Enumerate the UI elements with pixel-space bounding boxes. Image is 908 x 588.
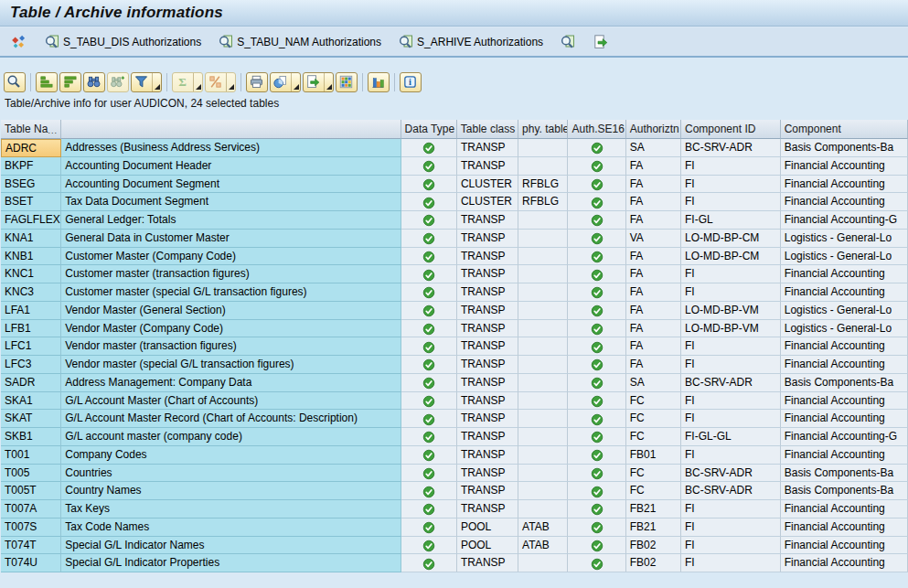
cell-authoriztn[interactable]: FA xyxy=(626,320,681,338)
cell-data_type[interactable] xyxy=(401,283,457,302)
cell-auth_se16[interactable] xyxy=(568,465,625,483)
cell-component_id[interactable]: FI xyxy=(681,157,781,176)
cell-table_class[interactable]: TRANSP xyxy=(457,554,518,572)
cell-name[interactable]: BKPF xyxy=(1,157,61,176)
graphic-button[interactable] xyxy=(368,72,390,92)
cell-name[interactable]: LFC1 xyxy=(1,337,61,356)
cell-authoriztn[interactable]: FC xyxy=(626,428,681,446)
cell-component_id[interactable]: FI xyxy=(681,193,781,211)
cell-component[interactable]: Financial Accounting xyxy=(781,193,908,211)
cell-phy_table[interactable] xyxy=(518,265,568,283)
cell-desc[interactable]: Special G/L Indicator Names xyxy=(61,537,401,555)
column-header-auth_se16[interactable]: Auth.SE16 xyxy=(568,120,625,139)
cell-data_type[interactable] xyxy=(401,374,457,392)
cell-name[interactable]: T001 xyxy=(1,446,61,465)
details-button[interactable] xyxy=(4,72,26,92)
cell-authoriztn[interactable]: FC xyxy=(626,465,681,483)
dropdown-arrow-icon[interactable] xyxy=(291,73,300,91)
cell-phy_table[interactable] xyxy=(518,374,568,392)
column-header-desc[interactable] xyxy=(61,120,401,139)
cell-data_type[interactable] xyxy=(401,446,457,465)
cell-data_type[interactable] xyxy=(401,465,457,483)
cell-desc[interactable]: Tax Code Names xyxy=(61,519,401,537)
cell-auth_se16[interactable] xyxy=(568,337,625,356)
cell-table_class[interactable]: TRANSP xyxy=(457,320,518,338)
cell-name[interactable]: ADRC xyxy=(1,139,61,157)
cell-data_type[interactable] xyxy=(401,500,457,519)
cell-component[interactable]: Financial Accounting xyxy=(781,337,908,356)
cell-component_id[interactable]: FI xyxy=(681,410,781,428)
cell-data_type[interactable] xyxy=(401,537,457,555)
cell-authoriztn[interactable]: FA xyxy=(626,283,681,302)
cell-phy_table[interactable] xyxy=(518,554,568,572)
column-header-name[interactable]: Table Na... xyxy=(1,120,61,139)
cell-component[interactable]: Financial Accounting xyxy=(781,554,908,572)
cell-component[interactable]: Financial Accounting xyxy=(781,410,908,428)
cell-name[interactable]: T074U xyxy=(1,554,61,572)
export-list-button[interactable] xyxy=(303,72,334,92)
cell-component[interactable]: Financial Accounting xyxy=(781,283,908,302)
cell-data_type[interactable] xyxy=(401,176,457,194)
cell-component[interactable]: Financial Accounting xyxy=(781,446,908,465)
cell-data_type[interactable] xyxy=(401,211,457,230)
find-button[interactable] xyxy=(83,72,105,92)
cell-table_class[interactable]: TRANSP xyxy=(457,230,518,248)
cell-phy_table[interactable] xyxy=(518,465,568,483)
cell-component_id[interactable]: LO-MD-BP-CM xyxy=(681,248,781,266)
cell-desc[interactable]: Vendor master (special G/L transaction f… xyxy=(61,356,401,374)
cell-authoriztn[interactable]: FA xyxy=(626,248,681,266)
cell-component_id[interactable]: FI xyxy=(681,537,781,555)
column-header-authoriztn[interactable]: Authoriztn xyxy=(626,120,681,139)
cell-name[interactable]: KNA1 xyxy=(1,230,61,248)
cell-name[interactable]: T005T xyxy=(1,482,61,500)
info-button[interactable]: i xyxy=(400,72,422,92)
cell-auth_se16[interactable] xyxy=(568,519,625,537)
cell-data_type[interactable] xyxy=(401,139,457,157)
cell-authoriztn[interactable]: FC xyxy=(626,392,681,411)
cell-data_type[interactable] xyxy=(401,320,457,338)
cell-name[interactable]: T005 xyxy=(1,465,61,483)
cell-component[interactable]: Logistics - General-Lo xyxy=(781,320,908,338)
cell-component_id[interactable]: BC-SRV-ADR xyxy=(681,139,781,157)
dropdown-arrow-icon[interactable] xyxy=(152,73,161,91)
cell-name[interactable]: LFB1 xyxy=(1,320,61,338)
cell-name[interactable]: FAGLFLEXT xyxy=(1,211,61,230)
cell-authoriztn[interactable]: FA xyxy=(626,356,681,374)
cell-authoriztn[interactable]: FA xyxy=(626,337,681,356)
cell-authoriztn[interactable]: FA xyxy=(626,211,681,230)
cell-data_type[interactable] xyxy=(401,554,457,572)
cell-phy_table[interactable] xyxy=(518,139,568,157)
cell-desc[interactable]: Customer Master (Company Code) xyxy=(61,248,401,266)
cell-data_type[interactable] xyxy=(401,482,457,500)
cell-component_id[interactable]: FI xyxy=(681,554,781,572)
cell-table_class[interactable]: TRANSP xyxy=(457,374,518,392)
cell-desc[interactable]: G/L Account Master (Chart of Accounts) xyxy=(61,392,401,411)
cell-table_class[interactable]: TRANSP xyxy=(457,157,518,176)
cell-auth_se16[interactable] xyxy=(568,356,625,374)
cell-table_class[interactable]: TRANSP xyxy=(457,283,518,302)
cell-table_class[interactable]: TRANSP xyxy=(457,265,518,283)
cell-desc[interactable]: Vendor Master (General Section) xyxy=(61,302,401,320)
cell-phy_table[interactable] xyxy=(518,211,568,230)
cell-table_class[interactable]: TRANSP xyxy=(457,428,518,446)
cell-phy_table[interactable]: ATAB xyxy=(518,519,568,537)
cell-desc[interactable]: Accounting Document Segment xyxy=(61,176,401,194)
cell-phy_table[interactable] xyxy=(518,320,568,338)
cell-component_id[interactable]: FI xyxy=(681,176,781,194)
cell-auth_se16[interactable] xyxy=(568,193,625,211)
cell-desc[interactable]: Accounting Document Header xyxy=(61,157,401,176)
cell-name[interactable]: T074T xyxy=(1,537,61,555)
cell-name[interactable]: LFC3 xyxy=(1,356,61,374)
cell-authoriztn[interactable]: FA xyxy=(626,265,681,283)
cell-phy_table[interactable] xyxy=(518,428,568,446)
cell-table_class[interactable]: TRANSP xyxy=(457,482,518,500)
cell-desc[interactable]: G/L Account Master Record (Chart of Acco… xyxy=(61,410,401,428)
cell-desc[interactable]: Addresses (Business Address Services) xyxy=(61,139,401,157)
cell-name[interactable]: KNB1 xyxy=(1,248,61,266)
cell-component_id[interactable]: FI xyxy=(681,519,781,537)
cell-phy_table[interactable] xyxy=(518,446,568,465)
find-next-button[interactable] xyxy=(107,72,129,92)
cell-table_class[interactable]: TRANSP xyxy=(457,500,518,519)
cell-component_id[interactable]: FI xyxy=(681,500,781,519)
cell-authoriztn[interactable]: FB02 xyxy=(626,537,681,555)
